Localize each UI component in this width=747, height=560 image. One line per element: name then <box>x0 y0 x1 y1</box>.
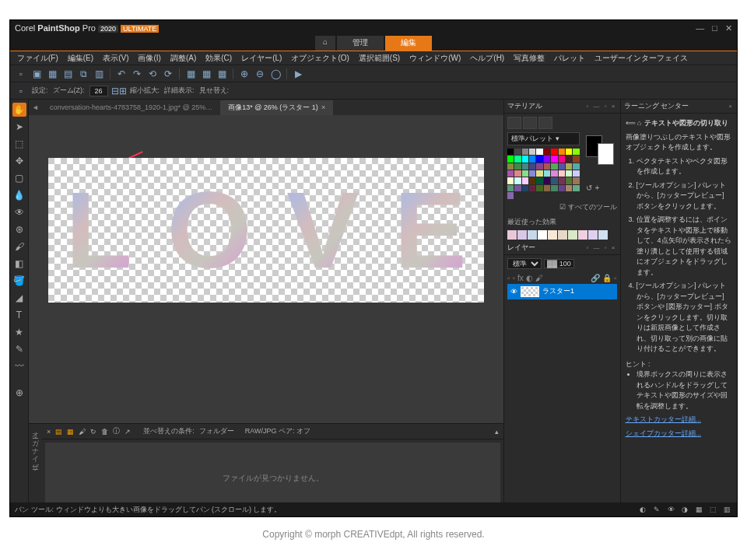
menu-ui[interactable]: ユーザーインターフェイス <box>591 51 692 65</box>
color-swatch[interactable] <box>522 156 528 162</box>
color-swatch[interactable] <box>544 163 550 170</box>
recent-swatch[interactable] <box>578 230 587 240</box>
layer-link-icon[interactable]: 🔗 <box>591 274 600 282</box>
pointer-tool[interactable]: ➤ <box>12 120 26 134</box>
guides-icon[interactable]: ▦ <box>216 68 228 80</box>
move-tool[interactable]: ✥ <box>12 154 26 168</box>
canvas-area[interactable]: ③テキストでくり抜かれました LOVE <box>29 115 503 423</box>
doctab-close-icon[interactable]: × <box>321 103 325 111</box>
learning-header[interactable]: ラーニング センター × <box>621 100 738 114</box>
color-swatch[interactable] <box>529 170 535 177</box>
menu-adjust[interactable]: 調整(A) <box>167 51 200 65</box>
link-text-cutter[interactable]: テキストカッター詳細... <box>626 415 733 425</box>
color-swatch[interactable] <box>536 170 542 177</box>
status-icon-2[interactable]: ✎ <box>651 504 662 515</box>
color-swatch[interactable] <box>522 170 528 177</box>
color-swatch[interactable] <box>536 177 542 184</box>
tab-manage[interactable]: 管理 <box>337 36 384 51</box>
color-swatch[interactable] <box>514 177 521 184</box>
color-swatch[interactable] <box>514 156 521 162</box>
layer-item-1[interactable]: 👁 ラスター1 <box>507 284 617 299</box>
materials-controls[interactable]: ▫ — ▫ × <box>586 103 616 110</box>
gradient-tool[interactable]: ◢ <box>12 291 26 305</box>
undo-icon[interactable]: ↶ <box>115 68 128 80</box>
org-view1-icon[interactable]: ▤ <box>55 428 62 436</box>
org-collapse-icon[interactable]: ▴ <box>495 428 499 436</box>
color-swatch[interactable] <box>559 156 565 162</box>
layer-mask-icon[interactable]: ◐ <box>526 274 533 282</box>
color-swatch[interactable] <box>514 185 521 191</box>
add-tool[interactable]: ⊕ <box>12 386 26 400</box>
color-swatch[interactable] <box>544 149 550 155</box>
color-swatch[interactable] <box>507 177 514 184</box>
org-share-icon[interactable]: ↗ <box>124 428 131 436</box>
swap-colors-icon[interactable]: ↺ <box>586 184 592 192</box>
layer-visibility-icon[interactable]: 👁 <box>510 288 517 296</box>
color-swatch[interactable] <box>514 149 521 155</box>
color-swatch[interactable] <box>573 185 579 191</box>
dropper-tool[interactable]: 💧 <box>12 188 26 202</box>
mat-tab-2[interactable] <box>523 117 537 129</box>
menu-photofix[interactable]: 写真修整 <box>510 51 549 65</box>
default-colors-icon[interactable]: + <box>595 184 600 192</box>
layer-delete-icon[interactable]: ▫ <box>614 274 617 282</box>
zoom-fit-icon[interactable]: ◯ <box>269 68 282 80</box>
recent-swatch[interactable] <box>568 230 577 240</box>
color-swatch[interactable] <box>573 156 579 162</box>
color-swatch[interactable] <box>544 170 550 177</box>
recent-swatch[interactable] <box>588 230 598 240</box>
repeat-icon[interactable]: ⟳ <box>162 68 174 80</box>
mat-tab-1[interactable] <box>507 117 521 129</box>
org-nav-icon[interactable]: × <box>47 428 51 436</box>
color-swatch[interactable] <box>551 170 557 177</box>
color-swatch[interactable] <box>559 185 565 191</box>
color-swatch[interactable] <box>566 185 572 191</box>
color-swatch[interactable] <box>566 163 572 170</box>
zoom-buttons-icon[interactable]: ⊟⊞ <box>113 85 125 97</box>
org-delete-icon[interactable]: 🗑 <box>101 428 108 436</box>
link-shape-cutter[interactable]: シェイプカッター詳細... <box>626 429 733 439</box>
color-swatch[interactable] <box>529 185 535 191</box>
materials-header[interactable]: マテリアル ▫ — ▫ × <box>504 100 620 114</box>
org-view2-icon[interactable]: ▦ <box>67 428 74 436</box>
recent-swatch[interactable] <box>558 230 567 240</box>
select-tool[interactable]: ⬚ <box>12 137 26 151</box>
color-swatch[interactable] <box>536 163 542 170</box>
history-icon[interactable]: ⟲ <box>146 68 159 80</box>
color-swatch[interactable] <box>522 177 528 184</box>
redeye-tool[interactable]: 👁 <box>12 205 26 219</box>
color-swatch[interactable] <box>507 149 514 155</box>
color-swatch[interactable] <box>573 149 579 155</box>
menu-file[interactable]: ファイル(F) <box>13 51 62 65</box>
color-swatch[interactable] <box>551 177 557 184</box>
zoom-out-icon[interactable]: ⊖ <box>254 68 266 80</box>
shape-tool[interactable]: ★ <box>12 325 26 339</box>
ruler-icon[interactable]: ▦ <box>200 68 212 80</box>
color-swatch[interactable] <box>551 156 557 162</box>
menu-window[interactable]: ウィンドウ(W) <box>405 51 465 65</box>
status-icon-3[interactable]: 👁 <box>665 504 676 515</box>
copy-icon[interactable]: ⧉ <box>77 68 89 80</box>
learning-controls[interactable]: × <box>728 103 734 110</box>
layers-header[interactable]: レイヤー ▫ — ▫ × <box>504 241 620 255</box>
menu-layers[interactable]: レイヤー(L) <box>237 51 286 65</box>
color-swatch[interactable] <box>522 163 528 170</box>
maximize-button[interactable]: □ <box>712 23 717 33</box>
layer-lock-icon[interactable]: 🔒 <box>602 274 612 282</box>
color-swatch[interactable] <box>507 170 514 177</box>
color-swatch[interactable] <box>507 185 514 191</box>
zoom-in-icon[interactable]: ⊕ <box>238 68 251 80</box>
menu-objects[interactable]: オブジェクト(O) <box>287 51 352 65</box>
paste-icon[interactable]: ▥ <box>93 68 105 80</box>
org-rawjpg-dropdown[interactable]: RAW/JPG ペア: オフ <box>245 426 310 436</box>
new-group-icon[interactable]: ▫ <box>513 274 516 282</box>
color-swatch[interactable] <box>536 156 542 162</box>
save-icon[interactable]: ▦ <box>46 68 58 80</box>
preset-icon[interactable]: ▫ <box>15 85 27 97</box>
org-folder-dropdown[interactable]: フォルダー <box>199 426 234 436</box>
open-icon[interactable]: ▣ <box>30 68 43 80</box>
eraser-tool[interactable]: ◧ <box>12 257 26 271</box>
color-swatch[interactable] <box>544 177 550 184</box>
color-swatch[interactable] <box>522 185 528 191</box>
close-button[interactable]: ✕ <box>725 23 732 33</box>
